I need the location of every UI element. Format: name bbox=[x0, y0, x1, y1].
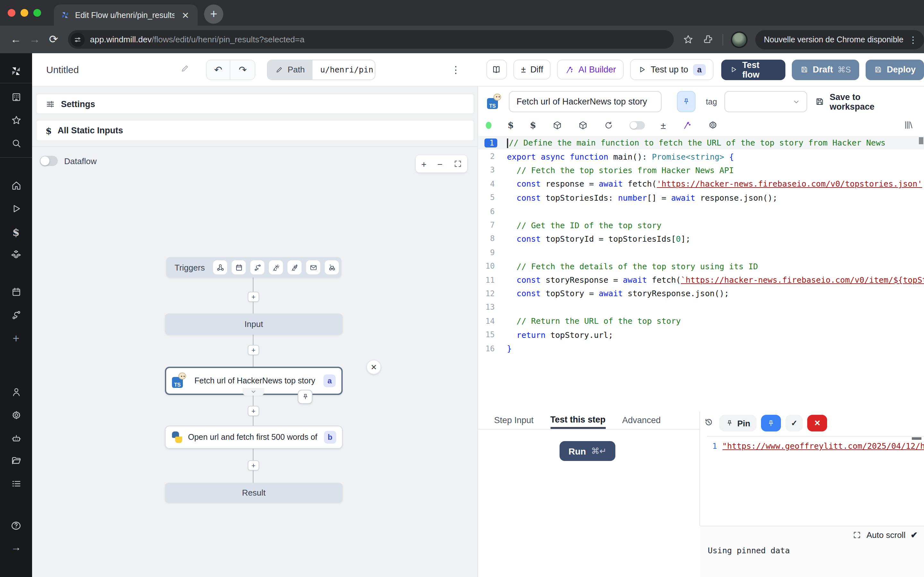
profile-avatar[interactable] bbox=[731, 31, 747, 48]
add-step-plus-button[interactable]: + bbox=[248, 460, 259, 471]
user-icon[interactable] bbox=[0, 387, 32, 398]
undo-button[interactable]: ↶ bbox=[206, 60, 231, 79]
tag-select[interactable] bbox=[725, 91, 807, 112]
workers-robot-icon[interactable] bbox=[0, 433, 32, 444]
path-button[interactable]: Path bbox=[268, 60, 312, 79]
auto-scroll-control[interactable]: Auto scroll ✔ bbox=[853, 530, 918, 540]
step-badge[interactable]: a bbox=[693, 64, 706, 75]
flow-name-field[interactable]: Untitled bbox=[46, 64, 189, 75]
refresh-icon[interactable] bbox=[604, 120, 613, 130]
windmill-logo-icon[interactable] bbox=[0, 65, 32, 77]
search-icon[interactable] bbox=[0, 138, 32, 149]
diff-mode-toggle[interactable] bbox=[629, 121, 645, 129]
flow-graph-canvas[interactable]: Dataflow + − Triggers bbox=[32, 146, 477, 577]
draft-button[interactable]: Draft ⌘S bbox=[792, 59, 859, 80]
editor-settings-gear-icon[interactable] bbox=[708, 120, 718, 130]
history-icon[interactable] bbox=[704, 417, 714, 429]
edit-pencil-icon[interactable] bbox=[180, 64, 189, 75]
variables-dollar-icon[interactable]: $ bbox=[0, 226, 32, 239]
close-window-button[interactable] bbox=[8, 9, 15, 17]
diff-button[interactable]: ±Diff bbox=[513, 60, 551, 79]
zoom-in-icon[interactable]: + bbox=[421, 159, 426, 169]
library-lines-icon[interactable] bbox=[903, 120, 914, 130]
pinned-active-button[interactable] bbox=[761, 415, 781, 432]
redo-button[interactable]: ↷ bbox=[231, 60, 255, 79]
path-value[interactable]: u/henri/pin bbox=[312, 60, 375, 79]
all-static-inputs-row[interactable]: $ All Static Inputs bbox=[36, 120, 474, 141]
folders-icon[interactable] bbox=[0, 455, 32, 466]
docs-book-button[interactable] bbox=[486, 60, 507, 79]
pin-button[interactable]: Pin bbox=[719, 415, 756, 432]
audit-logs-list-icon[interactable] bbox=[0, 478, 32, 489]
pinned-editor-scrollbar-thumb[interactable] bbox=[912, 437, 921, 440]
variable-dollar-icon[interactable]: $ bbox=[507, 120, 514, 130]
tab-test-this-step[interactable]: Test this step bbox=[550, 412, 606, 429]
fit-view-icon[interactable] bbox=[453, 160, 462, 168]
add-step-plus-button[interactable]: + bbox=[248, 345, 259, 355]
pinned-data-editor[interactable]: 1 "https://www.geoffreylitt.com/2025/04/… bbox=[707, 436, 924, 455]
flow-settings-row[interactable]: Settings bbox=[36, 93, 474, 114]
workspace-building-icon[interactable] bbox=[0, 92, 32, 103]
input-node[interactable]: Input bbox=[165, 314, 342, 335]
more-options-kebab-icon[interactable]: ⋮ bbox=[451, 64, 461, 75]
resource-dollar-icon[interactable]: $ bbox=[530, 120, 536, 130]
step-node-b[interactable]: Open url and fetch first 500 words of ..… bbox=[165, 426, 342, 449]
window-controls[interactable] bbox=[8, 9, 41, 17]
site-settings-icon[interactable] bbox=[71, 32, 85, 47]
accept-check-button[interactable]: ✓ bbox=[785, 415, 803, 432]
kafka-plug-bolt-icon[interactable] bbox=[288, 260, 302, 274]
pin-step-button[interactable] bbox=[677, 91, 696, 112]
step-title-input[interactable]: Fetch url of HackerNews top story bbox=[509, 91, 662, 112]
code-editor[interactable]: 1// Define the main function to fetch th… bbox=[478, 136, 924, 412]
schedules-calendar-icon[interactable] bbox=[0, 287, 32, 298]
expand-arrow-icon[interactable]: → bbox=[0, 542, 32, 553]
dataflow-toggle[interactable] bbox=[40, 156, 58, 166]
minimize-window-button[interactable] bbox=[21, 9, 28, 17]
zoom-out-icon[interactable]: − bbox=[437, 159, 443, 169]
chrome-update-pill[interactable]: Nouvelle version de Chrome disponible ⋮ bbox=[755, 30, 924, 49]
settings-gear-icon[interactable] bbox=[0, 410, 32, 421]
editor-scrollbar-thumb[interactable] bbox=[919, 137, 923, 144]
ai-builder-button[interactable]: AI Builder bbox=[557, 60, 624, 79]
collapse-chevron-icon[interactable] bbox=[242, 388, 264, 396]
new-tab-button[interactable]: + bbox=[204, 5, 223, 24]
zoom-window-button[interactable] bbox=[33, 9, 41, 17]
runs-play-icon[interactable] bbox=[0, 203, 32, 214]
tab-advanced[interactable]: Advanced bbox=[622, 412, 661, 429]
scheduled-poll-binoculars-icon[interactable] bbox=[325, 260, 339, 274]
websocket-plug-icon[interactable] bbox=[269, 260, 283, 274]
tab-step-input[interactable]: Step Input bbox=[494, 412, 533, 429]
add-step-plus-button[interactable]: + bbox=[248, 292, 259, 302]
close-x-button[interactable]: ✕ bbox=[807, 415, 827, 432]
back-icon[interactable]: ← bbox=[6, 30, 25, 49]
add-step-plus-button[interactable]: + bbox=[248, 406, 259, 416]
http-route-icon[interactable] bbox=[250, 260, 264, 274]
extensions-puzzle-icon[interactable] bbox=[703, 34, 714, 45]
path-group[interactable]: Path u/henri/pin bbox=[267, 59, 375, 80]
deploy-button[interactable]: Deploy bbox=[866, 59, 924, 80]
add-plus-icon[interactable]: + bbox=[0, 332, 32, 346]
package-cube-icon[interactable] bbox=[552, 120, 562, 130]
routes-icon[interactable] bbox=[0, 309, 32, 321]
result-node[interactable]: Result bbox=[165, 483, 342, 503]
save-to-workspace-button[interactable]: Save to workspace bbox=[815, 92, 907, 111]
run-button[interactable]: Run ⌘↵ bbox=[559, 441, 615, 461]
test-flow-button[interactable]: Test flow bbox=[722, 59, 785, 80]
ai-wand-icon[interactable] bbox=[682, 120, 691, 130]
expand-arrows-icon[interactable] bbox=[853, 531, 861, 539]
forward-icon[interactable]: → bbox=[25, 30, 44, 49]
pinned-step-pin-icon[interactable] bbox=[298, 390, 312, 404]
address-bar[interactable]: app.windmill.dev/flows/edit/u/henri/pin_… bbox=[68, 30, 674, 49]
email-envelope-icon[interactable] bbox=[306, 260, 320, 274]
home-icon[interactable] bbox=[0, 180, 32, 191]
bookmark-star-icon[interactable] bbox=[683, 34, 694, 45]
package-cube-icon[interactable] bbox=[578, 120, 588, 130]
help-icon[interactable] bbox=[0, 520, 32, 532]
webhook-icon[interactable] bbox=[213, 260, 227, 274]
resources-cubes-icon[interactable] bbox=[0, 249, 32, 260]
remove-step-close-icon[interactable]: ✕ bbox=[367, 359, 381, 374]
schedule-calendar-icon[interactable] bbox=[232, 260, 246, 274]
reload-icon[interactable]: ⟳ bbox=[44, 30, 63, 49]
favorites-star-icon[interactable] bbox=[0, 115, 32, 126]
test-up-to-button[interactable]: Test up to a bbox=[630, 59, 714, 80]
